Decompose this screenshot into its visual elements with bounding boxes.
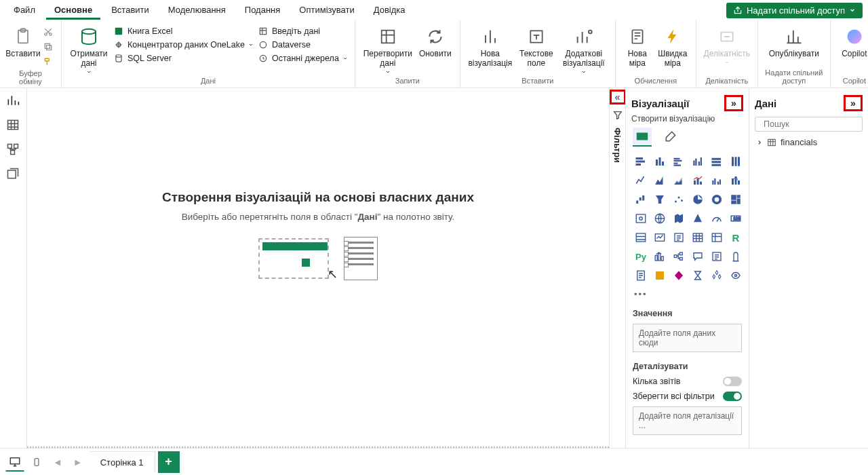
desktop-layout-button[interactable] [5,453,24,472]
menu-help[interactable]: Довідка [366,1,414,20]
key-influencers-icon[interactable] [652,248,668,265]
report-canvas[interactable]: Створення візуалізацій на основі власних… [27,88,609,448]
clustered-bar-icon[interactable] [671,153,687,170]
smart-narrative-icon[interactable] [709,248,725,265]
map-icon[interactable] [633,210,649,227]
dataverse-button[interactable]: Dataverse [258,39,348,50]
hundred-stacked-bar-icon[interactable] [709,153,725,170]
hundred-stacked-column-icon[interactable] [728,153,744,170]
matrix-icon[interactable] [709,229,725,246]
add-page-button[interactable]: + [158,451,180,473]
area-chart-icon[interactable] [652,172,668,189]
share-label: Надати спільний доступ [747,5,845,16]
py-visual-icon[interactable]: Py [633,248,649,265]
get-more-visuals-icon[interactable] [728,267,744,284]
format-visual-tab[interactable] [661,128,680,147]
goals-icon[interactable] [728,248,744,265]
table-view-icon[interactable] [6,118,21,133]
filled-map-icon[interactable] [652,210,668,227]
menu-insert[interactable]: Вставити [103,1,157,20]
publish-button[interactable]: Опублікувати [765,23,823,58]
keep-filters-toggle[interactable] [723,392,742,401]
sensitivity-button[interactable]: Делікатність [703,23,751,65]
format-painter-icon[interactable] [43,57,54,68]
multirow-card-icon[interactable] [633,229,649,246]
collapse-data-button[interactable]: » [844,95,863,111]
cross-report-toggle[interactable] [723,377,742,386]
build-visual-tab[interactable] [633,128,652,147]
menu-modeling[interactable]: Моделювання [160,1,234,20]
svg-rect-38 [701,157,702,166]
line-clustered-column-icon[interactable] [709,172,725,189]
get-data-button[interactable]: Отримати дані [68,23,109,75]
donut-icon[interactable] [709,191,725,208]
shape-map-icon[interactable] [690,210,706,227]
copy-icon[interactable] [43,42,54,53]
power-automate-icon[interactable] [690,267,706,284]
menu-file[interactable]: Файл [5,1,43,20]
stacked-column-icon[interactable] [652,153,668,170]
line-stacked-column-icon[interactable] [690,172,706,189]
paste-button[interactable]: Вставити [7,23,39,58]
quick-measure-button[interactable]: Швидка міра [656,23,689,68]
qa-visual-icon[interactable] [690,248,706,265]
new-measure-button[interactable]: Нова міра [623,23,652,68]
recent-sources-button[interactable]: Останні джерела [258,53,348,64]
share-button[interactable]: Надати спільний доступ [726,3,863,18]
copilot-button[interactable]: Copilot [837,23,868,58]
text-box-button[interactable]: Текстове поле [517,23,555,68]
line-chart-icon[interactable] [633,172,649,189]
azure-map-icon[interactable] [671,210,687,227]
stacked-bar-icon[interactable] [633,153,649,170]
enter-data-button[interactable]: Введіть дані [258,26,348,37]
arcgis-icon[interactable] [652,267,668,284]
gauge-icon[interactable] [709,210,725,227]
prev-page-button[interactable]: ◄ [49,457,66,468]
drillthrough-drop-area[interactable]: Додайте поля деталізації ... [633,406,742,435]
onelake-icon [113,39,124,50]
dax-view-icon[interactable] [6,167,21,182]
refresh-button[interactable]: Оновити [418,23,453,58]
excel-workbook-button[interactable]: Книга Excel [113,26,254,37]
decomposition-tree-icon[interactable] [671,248,687,265]
svg-rect-64 [737,195,741,198]
onelake-hub-button[interactable]: Концентратор даних OneLake [113,39,254,50]
table-financials[interactable]: financials [749,136,868,149]
r-visual-icon[interactable]: R [728,229,744,246]
table-visual-icon[interactable] [690,229,706,246]
treemap-icon[interactable] [728,191,744,208]
page-tab-1[interactable]: Сторінка 1 [90,451,155,473]
waterfall-icon[interactable] [633,191,649,208]
values-drop-area[interactable]: Додайте поля даних сюди [633,324,742,352]
transform-data-button[interactable]: Перетворити дані [362,23,414,75]
more-visuals-button[interactable]: Додаткові візуалізації [559,23,608,75]
filters-label[interactable]: Фільтри [612,128,623,163]
viz-more-button[interactable]: ••• [626,286,749,302]
mobile-layout-button[interactable] [27,453,46,472]
fields-search[interactable] [755,117,863,132]
menu-optimize[interactable]: Оптимізувати [291,1,362,20]
new-visual-button[interactable]: Нова візуалізація [467,23,513,68]
menu-home[interactable]: Основне [46,1,100,20]
model-view-icon[interactable] [6,142,21,157]
cut-icon[interactable] [43,27,54,38]
expand-filters-button[interactable]: « [610,90,626,104]
scatter-icon[interactable] [671,191,687,208]
menu-view[interactable]: Подання [237,1,289,20]
ribbon-chart-icon[interactable] [728,172,744,189]
power-apps-icon[interactable] [671,267,687,284]
collapse-viz-button[interactable]: » [724,95,743,111]
kpi-icon[interactable] [652,229,668,246]
card-icon[interactable]: 123 [728,210,744,227]
funnel-icon[interactable] [652,191,668,208]
clustered-column-icon[interactable] [690,153,706,170]
stacked-area-icon[interactable] [671,172,687,189]
apps-icon[interactable] [709,267,725,284]
report-view-icon[interactable] [6,94,21,109]
fields-search-input[interactable] [764,119,868,129]
slicer-icon[interactable] [671,229,687,246]
next-page-button[interactable]: ► [69,457,87,468]
sql-server-button[interactable]: SQL Server [113,53,254,64]
paginated-report-icon[interactable] [633,267,649,284]
pie-icon[interactable] [690,191,706,208]
